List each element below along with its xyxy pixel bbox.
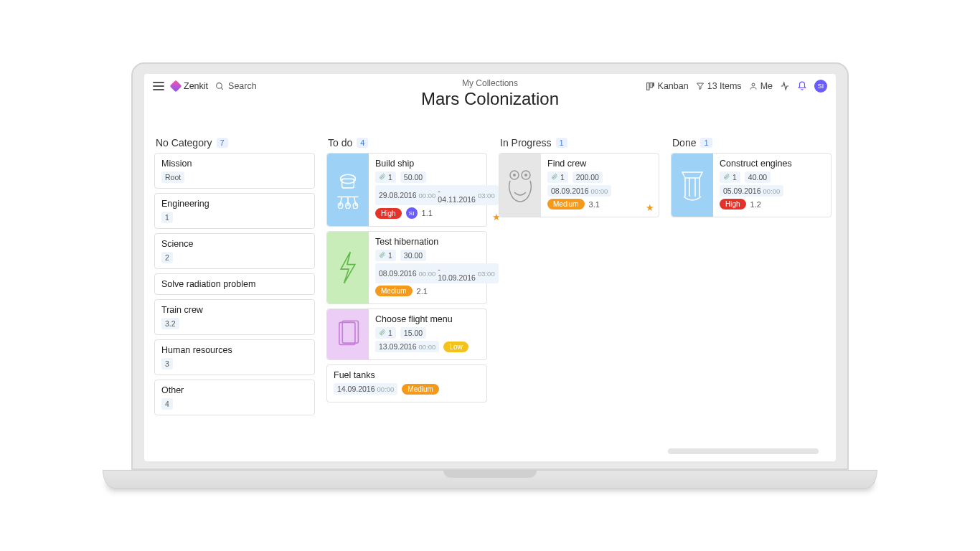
kanban-card[interactable]: Other 4 <box>154 380 315 415</box>
card-title: Choose flight menu <box>375 314 480 324</box>
card-meta: 1 <box>161 212 173 223</box>
column-header[interactable]: In Progress 1 <box>499 137 659 153</box>
priority-badge: High <box>720 199 746 209</box>
search-button[interactable]: Search <box>215 81 257 91</box>
star-icon[interactable]: ★ <box>646 202 654 213</box>
card-attachments: 1 <box>547 171 568 183</box>
svg-line-1 <box>221 88 223 90</box>
page-title: Mars Colonization <box>421 89 559 109</box>
card-date: 13.09.2016 00:00 <box>375 341 439 352</box>
column-count: 1 <box>700 138 712 148</box>
svg-rect-12 <box>339 322 355 344</box>
person-icon <box>749 82 758 90</box>
card-cost: 200.00 <box>573 171 603 183</box>
svg-rect-2 <box>646 83 649 90</box>
svg-rect-4 <box>653 83 654 85</box>
kanban-card[interactable]: Engineering 1 <box>154 193 315 229</box>
card-title: Train crew <box>161 305 308 315</box>
column-header[interactable]: No Category 7 <box>154 137 315 153</box>
bell-icon[interactable] <box>797 81 807 91</box>
svg-point-17 <box>524 174 527 176</box>
card-thumbnail <box>327 309 369 359</box>
card-version: 1.1 <box>422 209 433 217</box>
kanban-card[interactable]: Human resources 3 <box>154 339 315 375</box>
kanban-card[interactable]: Science 2 <box>154 233 315 269</box>
laptop-frame: Zenkit Search My Collections Mars Coloni… <box>131 62 849 489</box>
kanban-column: Done 1 Construct engines 1 40.00 05.09.2… <box>671 137 831 217</box>
kanban-card[interactable]: Choose flight menu 1 15.00 13.09.2016 00… <box>326 309 487 360</box>
svg-rect-13 <box>342 321 358 343</box>
priority-badge: Medium <box>375 286 413 296</box>
column-title: To do <box>328 137 352 149</box>
kanban-column: In Progress 1 Find crew 1 200.00 08.09.2… <box>499 137 659 217</box>
svg-rect-3 <box>650 83 652 88</box>
paperclip-icon <box>723 173 730 182</box>
card-thumbnail <box>327 232 369 303</box>
card-version: 1.2 <box>750 200 761 209</box>
search-label: Search <box>228 81 257 91</box>
column-count: 1 <box>556 138 567 148</box>
priority-badge: Low <box>443 342 468 352</box>
card-attachments: 1 <box>720 171 740 183</box>
card-title: Other <box>161 385 308 395</box>
filter-icon <box>696 82 705 90</box>
svg-point-5 <box>752 83 755 86</box>
brand[interactable]: Zenkit <box>171 81 208 91</box>
card-date-range: 29.08.2016 00:00 - 04.11.2016 03:00 <box>375 185 499 205</box>
kanban-card[interactable]: Test hibernation 1 30.00 08.09.2016 00:0… <box>326 231 487 304</box>
brand-logo-icon <box>170 80 182 93</box>
kanban-card[interactable]: Build ship 1 50.00 29.08.2016 00:00 - 04… <box>326 153 487 227</box>
card-meta: 3.2 <box>161 318 179 329</box>
card-title: Solve radiation problem <box>161 279 308 289</box>
card-thumbnail <box>672 154 713 217</box>
card-cost: 30.00 <box>400 250 426 261</box>
activity-icon[interactable] <box>780 81 790 91</box>
card-version: 3.1 <box>589 200 600 209</box>
card-title: Find crew <box>547 159 652 169</box>
kanban-card[interactable]: Mission Root <box>154 153 315 189</box>
card-title: Engineering <box>161 199 308 209</box>
card-thumbnail <box>499 154 541 217</box>
card-title: Science <box>161 239 308 249</box>
card-attachments: 1 <box>375 327 396 339</box>
card-title: Construct engines <box>720 159 824 169</box>
menu-icon[interactable] <box>153 82 164 90</box>
kanban-card[interactable]: Train crew 3.2 <box>154 299 315 335</box>
paperclip-icon <box>379 329 386 337</box>
column-cards: Mission Root Engineering 1 Science 2 Sol… <box>154 153 315 415</box>
card-title: Human resources <box>161 345 308 355</box>
column-cards: Build ship 1 50.00 29.08.2016 00:00 - 04… <box>326 153 487 402</box>
breadcrumb[interactable]: My Collections <box>421 78 559 88</box>
column-cards: Construct engines 1 40.00 05.09.2016 00:… <box>671 153 831 217</box>
card-attachments: 1 <box>375 250 396 261</box>
column-header[interactable]: Done 1 <box>671 137 831 153</box>
card-date: 08.09.2016 00:00 <box>547 185 611 197</box>
priority-badge: Medium <box>402 384 439 395</box>
avatar[interactable]: SI <box>814 80 827 93</box>
card-cost: 50.00 <box>400 171 426 183</box>
column-header[interactable]: To do 4 <box>326 137 487 153</box>
card-cost: 15.00 <box>400 327 426 339</box>
kanban-card[interactable]: Construct engines 1 40.00 05.09.2016 00:… <box>671 153 831 217</box>
filter-button[interactable]: 13 Items <box>696 81 742 91</box>
kanban-card[interactable]: Solve radiation problem <box>154 273 315 295</box>
card-date-range: 08.09.2016 00:00 - 10.09.2016 03:00 <box>375 263 499 283</box>
card-meta: Root <box>161 171 184 183</box>
kanban-card[interactable]: Fuel tanks 14.09.2016 00:00 Medium <box>326 364 487 402</box>
horizontal-scrollbar[interactable] <box>668 448 819 454</box>
card-title: Test hibernation <box>375 237 499 247</box>
svg-point-0 <box>217 83 222 88</box>
me-label: Me <box>760 81 773 91</box>
card-title: Build ship <box>375 159 499 169</box>
kanban-card[interactable]: Find crew 1 200.00 08.09.2016 00:00 Medi… <box>499 153 659 217</box>
star-icon[interactable]: ★ <box>492 212 501 222</box>
me-button[interactable]: Me <box>749 81 773 91</box>
view-switcher[interactable]: Kanban <box>646 81 689 91</box>
card-meta: 2 <box>161 252 173 263</box>
kanban-board: No Category 7 Mission Root Engineering 1… <box>144 95 836 461</box>
card-cost: 40.00 <box>745 171 771 183</box>
card-attachments: 1 <box>375 171 396 183</box>
kanban-column: No Category 7 Mission Root Engineering 1… <box>154 137 315 415</box>
card-title: Fuel tanks <box>334 370 480 380</box>
card-date: 14.09.2016 00:00 <box>334 383 397 395</box>
